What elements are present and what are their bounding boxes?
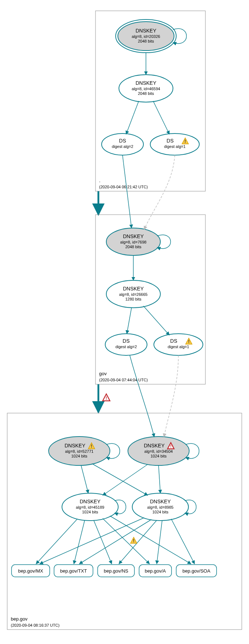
node-root-zsk: DNSKEY alg=8, id=46594 2048 bits [119, 75, 173, 102]
svg-text:alg=8, id=34504: alg=8, id=34504 [144, 449, 173, 454]
svg-text:!: ! [91, 444, 92, 449]
svg-text:DS: DS [170, 338, 177, 344]
node-bep-ksk2: DNSKEY alg=8, id=34504 1024 bits ! [128, 437, 189, 465]
node-bep-ksk1: DNSKEY alg=8, id=52771 1024 bits ! [49, 437, 110, 465]
leaf-soa: bep.gov/SOA [176, 565, 217, 577]
zone-gov-time: (2020-09-04 07:44:04 UTC) [99, 378, 148, 382]
zone-root-time: (2020-09-04 06:21:42 UTC) [99, 185, 148, 189]
svg-text:digest alg=1: digest alg=1 [164, 144, 186, 149]
node-gov-ds1: DS digest alg=1 ! [154, 334, 203, 355]
svg-text:digest alg=2: digest alg=2 [112, 144, 133, 149]
svg-rect-34 [7, 413, 242, 630]
leaf-a: bep.gov/A [139, 565, 172, 577]
leaf-txt: bep.gov/TXT [54, 565, 93, 577]
svg-text:alg=8, id=20326: alg=8, id=20326 [132, 34, 160, 39]
svg-text:DNSKEY: DNSKEY [123, 286, 144, 292]
svg-text:DNSKEY: DNSKEY [65, 443, 85, 448]
svg-text:!: ! [133, 538, 134, 543]
svg-text:alg=8, id=7698: alg=8, id=7698 [120, 240, 147, 244]
svg-text:DS: DS [119, 138, 126, 144]
zone-bep-label: bep.gov [11, 616, 28, 622]
svg-text:alg=8, id=26665: alg=8, id=26665 [119, 292, 148, 297]
node-bep-zsk2: DNSKEY alg=8, id=8985 1024 bits [132, 493, 188, 521]
zone-root-label: . [99, 178, 101, 183]
svg-text:DNSKEY: DNSKEY [80, 499, 101, 504]
svg-text:alg=8, id=52771: alg=8, id=52771 [65, 449, 94, 454]
zone-root: . (2020-09-04 06:21:42 UTC) DNSKEY alg=8… [95, 11, 205, 191]
svg-text:1024 bits: 1024 bits [152, 510, 169, 514]
svg-text:DNSKEY: DNSKEY [135, 80, 156, 86]
node-root-ksk: DNSKEY alg=8, id=20326 2048 bits [116, 19, 176, 53]
zone-gov: gov (2020-09-04 07:44:04 UTC) DNSKEY alg… [95, 155, 205, 384]
svg-text:2048 bits: 2048 bits [138, 39, 154, 43]
svg-text:bep.gov/TXT: bep.gov/TXT [60, 568, 87, 574]
node-bep-zsk1: DNSKEY alg=8, id=45189 1024 bits [62, 493, 118, 521]
svg-text:!: ! [170, 444, 172, 448]
svg-text:alg=8, id=45189: alg=8, id=45189 [76, 505, 105, 509]
zone-gov-label: gov [99, 371, 107, 376]
svg-text:!: ! [106, 396, 107, 401]
svg-text:!: ! [188, 339, 190, 344]
node-gov-ds2: DS digest alg=2 [105, 334, 147, 355]
dnssec-graph: . (2020-09-04 06:21:42 UTC) DNSKEY alg=8… [4, 4, 245, 640]
svg-text:bep.gov/NS: bep.gov/NS [104, 568, 128, 574]
svg-text:bep.gov/A: bep.gov/A [145, 568, 166, 574]
zone-bep-time: (2020-09-04 08:16:37 UTC) [11, 623, 59, 627]
svg-text:alg=8, id=46594: alg=8, id=46594 [132, 87, 160, 91]
svg-text:DS: DS [123, 338, 129, 344]
warning-icon: ! [130, 537, 137, 543]
svg-text:DNSKEY: DNSKEY [135, 28, 156, 34]
svg-text:1024 bits: 1024 bits [82, 510, 98, 514]
svg-text:DNSKEY: DNSKEY [123, 233, 144, 239]
svg-text:bep.gov/MX: bep.gov/MX [18, 568, 43, 574]
svg-text:DS: DS [166, 138, 173, 144]
svg-text:1024 bits: 1024 bits [151, 454, 167, 458]
svg-text:bep.gov/SOA: bep.gov/SOA [182, 568, 210, 574]
svg-text:2048 bits: 2048 bits [138, 91, 154, 96]
node-root-ds2: DS digest alg=2 [102, 133, 143, 155]
zone-bep: bep.gov (2020-09-04 08:16:37 UTC) DNSKEY… [7, 355, 242, 630]
svg-text:!: ! [184, 139, 186, 144]
svg-text:1280 bits: 1280 bits [125, 297, 142, 301]
leaf-ns: bep.gov/NS [98, 565, 134, 577]
node-root-ds1: DS digest alg=1 ! [150, 133, 199, 155]
error-icon: ! [103, 394, 110, 401]
leaf-mx: bep.gov/MX [12, 565, 50, 577]
svg-text:alg=8, id=8985: alg=8, id=8985 [147, 505, 174, 509]
node-gov-zsk: DNSKEY alg=8, id=26665 1280 bits [106, 280, 160, 308]
svg-text:DNSKEY: DNSKEY [150, 499, 171, 504]
svg-text:1024 bits: 1024 bits [71, 454, 88, 458]
svg-text:digest alg=1: digest alg=1 [168, 345, 189, 349]
node-gov-ksk: DNSKEY alg=8, id=7698 2048 bits [106, 228, 160, 255]
svg-text:DNSKEY: DNSKEY [144, 443, 165, 448]
svg-text:digest alg=2: digest alg=2 [115, 345, 137, 349]
svg-text:2048 bits: 2048 bits [125, 245, 142, 249]
